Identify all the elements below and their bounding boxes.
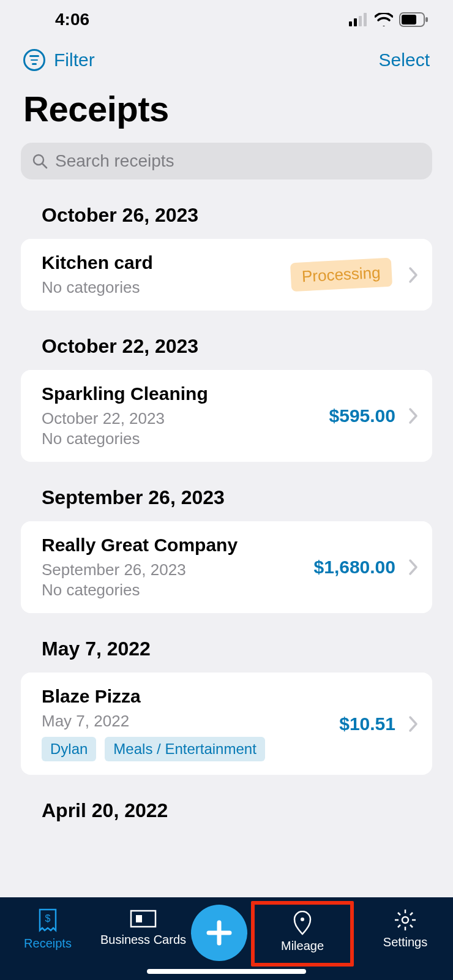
wifi-icon [375,13,393,26]
receipt-date: May 7, 2022 [42,712,339,731]
svg-rect-10 [131,911,155,927]
receipt-icon: $ [37,908,58,933]
svg-point-14 [301,918,304,921]
receipt-no-categories: No categories [42,581,314,600]
section-header: September 26, 2023 [0,462,453,521]
topbar: Filter Select [0,37,453,77]
receipt-item-right: Processing [291,260,419,289]
svg-rect-3 [364,13,367,26]
receipt-date: September 26, 2023 [42,560,314,579]
receipt-title: Blaze Pizza [42,686,339,707]
gear-icon [394,908,417,932]
tab-label: Business Cards [100,933,186,947]
receipts-list: October 26, 2023Kitchen cardNo categorie… [0,179,453,834]
receipt-item-body: Really Great CompanySeptember 26, 2023No… [42,535,314,600]
plus-icon [204,918,234,948]
receipt-item-right: $10.51 [339,714,419,734]
section-header: October 22, 2023 [0,311,453,370]
chevron-right-icon [408,266,419,284]
svg-rect-5 [402,15,416,24]
svg-line-22 [410,913,413,915]
filter-button[interactable]: Filter [23,49,95,71]
tab-label: Receipts [24,937,72,951]
svg-text:$: $ [45,913,51,924]
tab-bar: $ Receipts Business Cards Mileage [0,897,453,980]
chevron-right-icon [408,715,419,733]
receipt-item[interactable]: Sparkling CleaningOctober 22, 2023No cat… [21,370,432,462]
receipt-no-categories: No categories [42,429,329,448]
tab-receipts[interactable]: $ Receipts [0,905,95,951]
select-button[interactable]: Select [379,50,430,70]
tab-mileage[interactable]: Mileage [251,901,354,967]
svg-rect-6 [425,17,428,22]
tab-label: Settings [383,935,427,949]
svg-rect-1 [354,18,357,26]
receipt-title: Kitchen card [42,252,291,273]
search-bar[interactable] [21,143,432,179]
receipt-title: Sparkling Cleaning [42,383,329,404]
business-card-icon [130,908,157,929]
receipt-item-body: Sparkling CleaningOctober 22, 2023No cat… [42,383,329,448]
chevron-right-icon [408,558,419,576]
receipt-tag: Meals / Entertainment [105,737,264,761]
svg-line-20 [398,913,400,915]
tab-settings[interactable]: Settings [358,905,453,949]
receipt-item[interactable]: Really Great CompanySeptember 26, 2023No… [21,521,432,613]
receipt-date: October 22, 2023 [42,409,329,428]
status-right [349,12,429,27]
cellular-icon [349,13,369,26]
status-badge: Processing [290,258,392,292]
filter-icon [23,49,45,71]
receipt-item[interactable]: Kitchen cardNo categoriesProcessing [21,239,432,311]
receipt-no-categories: No categories [42,278,291,297]
status-time: 4:06 [55,10,89,29]
receipt-item[interactable]: Blaze PizzaMay 7, 2022DylanMeals / Enter… [21,673,432,775]
home-indicator[interactable] [147,969,306,974]
svg-rect-11 [136,915,142,922]
tab-label: Mileage [281,939,324,953]
tab-business-cards[interactable]: Business Cards [95,905,191,947]
section-header: May 7, 2022 [0,613,453,673]
status-bar: 4:06 [0,0,453,37]
receipt-tags: DylanMeals / Entertainment [42,737,339,761]
receipt-amount: $10.51 [339,714,395,734]
receipt-item-body: Kitchen cardNo categories [42,252,291,297]
search-input[interactable] [55,151,421,171]
svg-point-15 [402,917,408,923]
search-icon [32,153,48,169]
svg-line-23 [398,925,400,927]
receipt-item-right: $1,680.00 [314,557,419,578]
receipt-amount: $1,680.00 [314,557,395,578]
svg-line-21 [410,925,413,927]
location-pin-icon [292,911,313,935]
chevron-right-icon [408,407,419,425]
receipt-item-right: $595.00 [329,405,419,426]
svg-line-8 [42,164,47,168]
section-header: April 20, 2022 [0,775,453,834]
svg-rect-0 [349,21,352,26]
section-header: October 26, 2023 [0,179,453,239]
receipt-tag: Dylan [42,737,96,761]
receipt-item-body: Blaze PizzaMay 7, 2022DylanMeals / Enter… [42,686,339,761]
receipt-title: Really Great Company [42,535,314,556]
battery-icon [399,12,429,27]
filter-label: Filter [54,50,95,70]
svg-rect-2 [359,16,362,26]
add-button[interactable] [191,905,247,961]
page-title: Receipts [0,77,453,137]
receipt-amount: $595.00 [329,405,395,426]
